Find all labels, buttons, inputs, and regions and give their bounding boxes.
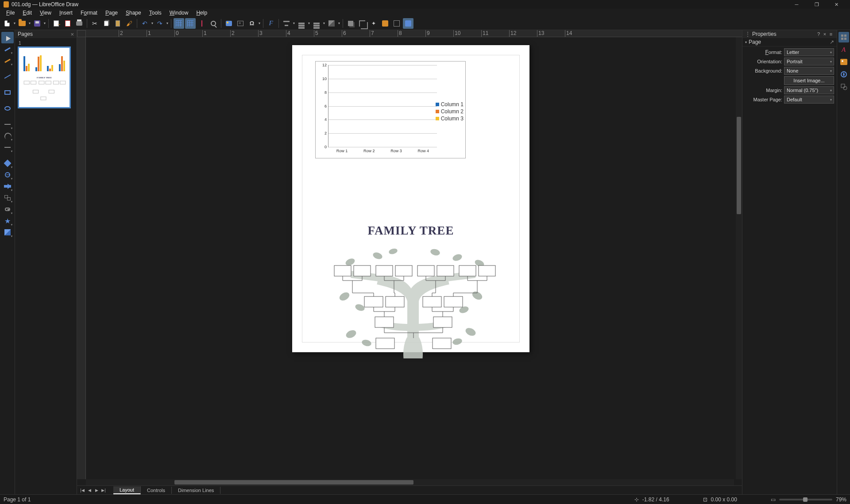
minimize-button[interactable]: ─: [787, 0, 807, 9]
zoom-button[interactable]: [208, 18, 219, 29]
navigator-tab-icon[interactable]: [838, 69, 849, 80]
helplines-button[interactable]: [197, 18, 207, 29]
flowchart-tool[interactable]: ▼: [1, 192, 14, 204]
distribute-dropdown[interactable]: ▼: [323, 18, 325, 29]
document-viewport[interactable]: 024681012Row 1Row 2Row 3Row 4 Column 1Co…: [86, 37, 736, 479]
styles-tab-icon[interactable]: A: [838, 44, 849, 55]
properties-close-icon[interactable]: ×: [822, 31, 828, 37]
gluepoints-button[interactable]: [380, 18, 390, 29]
insert-textbox-button[interactable]: [235, 18, 246, 29]
open-button[interactable]: [17, 18, 27, 29]
block-arrows-tool[interactable]: ▼: [1, 181, 14, 192]
menu-format[interactable]: Format: [77, 9, 101, 16]
fill-color-tool[interactable]: ▼: [1, 55, 14, 66]
menu-window[interactable]: Window: [166, 9, 192, 16]
callouts-tool[interactable]: ▼: [1, 204, 14, 215]
display-grid-button[interactable]: [174, 18, 184, 29]
vertical-ruler[interactable]: [77, 37, 86, 479]
lines-arrows-tool[interactable]: ▼: [1, 119, 14, 130]
filter-button[interactable]: ✦: [368, 18, 379, 29]
align-dropdown[interactable]: ▼: [293, 18, 295, 29]
menu-tools[interactable]: Tools: [146, 9, 165, 16]
rectangle-tool[interactable]: [1, 87, 14, 98]
chart-object[interactable]: 024681012Row 1Row 2Row 3Row 4 Column 1Co…: [315, 61, 466, 158]
distribute-button[interactable]: [311, 18, 322, 29]
menu-help[interactable]: Help: [193, 9, 211, 16]
more-options-icon[interactable]: ↗: [830, 39, 834, 45]
maximize-button[interactable]: ❐: [807, 0, 827, 9]
save-button[interactable]: [32, 18, 42, 29]
show-draw-functions-button[interactable]: [403, 18, 413, 29]
save-dropdown[interactable]: ▼: [43, 18, 46, 29]
new-button[interactable]: [2, 18, 12, 29]
orientation-select[interactable]: Portrait: [784, 58, 834, 65]
margin-select[interactable]: Normal (0.75"): [784, 86, 834, 94]
tab-nav-1[interactable]: ◀: [86, 487, 93, 494]
clone-formatting-button[interactable]: 🖌: [124, 18, 135, 29]
menu-edit[interactable]: Edit: [19, 9, 35, 16]
menu-page[interactable]: Page: [102, 9, 121, 16]
horizontal-ruler[interactable]: 2101234567891011121314: [86, 30, 742, 37]
new-dropdown[interactable]: ▼: [13, 18, 16, 29]
paste-button[interactable]: [112, 18, 123, 29]
tab-nav-0[interactable]: |◀: [79, 487, 86, 494]
fit-page-icon[interactable]: ▭: [771, 496, 776, 503]
redo-dropdown[interactable]: ▼: [166, 18, 169, 29]
page-1[interactable]: 024681012Row 1Row 2Row 3Row 4 Column 1Co…: [292, 45, 529, 352]
master-page-select[interactable]: Default: [784, 96, 834, 104]
undo-button[interactable]: ↶: [139, 18, 150, 29]
toggle-extrusion-button[interactable]: [391, 18, 402, 29]
special-char-dropdown[interactable]: ▼: [258, 18, 261, 29]
undo-dropdown[interactable]: ▼: [151, 18, 154, 29]
page-thumbnail-1[interactable]: FAMILY TREE: [18, 46, 71, 108]
menu-view[interactable]: View: [36, 9, 55, 16]
line-color-tool[interactable]: ▼: [1, 43, 14, 55]
special-char-button[interactable]: Ω: [247, 18, 257, 29]
3d-objects-tool[interactable]: ▼: [1, 227, 14, 238]
status-zoom[interactable]: 79%: [836, 496, 846, 503]
menu-file[interactable]: File: [3, 9, 18, 16]
vertical-scrollbar[interactable]: [736, 37, 742, 479]
3d-dropdown[interactable]: ▼: [338, 18, 340, 29]
ellipse-tool[interactable]: [1, 103, 14, 114]
page-section-header[interactable]: Page ↗: [742, 38, 837, 46]
layer-tab-dimension-lines[interactable]: Dimension Lines: [172, 487, 220, 494]
align-button[interactable]: [281, 18, 292, 29]
select-tool[interactable]: [1, 32, 14, 43]
shapes-tab-icon[interactable]: [838, 81, 849, 92]
snap-to-grid-button[interactable]: [185, 18, 196, 29]
tab-nav-3[interactable]: ▶|: [100, 487, 107, 494]
shadow-button[interactable]: [345, 18, 356, 29]
properties-help-icon[interactable]: ?: [815, 31, 822, 37]
properties-menu-icon[interactable]: ≡: [828, 31, 834, 37]
properties-tab-icon[interactable]: [838, 32, 849, 42]
insert-image-button[interactable]: [224, 18, 234, 29]
arrange-dropdown[interactable]: ▼: [308, 18, 310, 29]
export-button[interactable]: [51, 18, 62, 29]
3d-button[interactable]: [326, 18, 337, 29]
background-select[interactable]: None: [784, 67, 834, 75]
symbol-shapes-tool[interactable]: ▼: [1, 169, 14, 181]
open-dropdown[interactable]: ▼: [28, 18, 31, 29]
family-tree-title[interactable]: FAMILY TREE: [292, 224, 529, 238]
insert-image-button-panel[interactable]: Insert Image...: [784, 76, 834, 85]
pages-panel-close-icon[interactable]: ×: [70, 31, 74, 38]
family-tree-diagram[interactable]: [323, 239, 503, 358]
basic-shapes-tool[interactable]: ▼: [1, 158, 14, 169]
line-tool[interactable]: [1, 71, 14, 82]
print-button[interactable]: [74, 18, 85, 29]
format-select[interactable]: Letter: [784, 48, 834, 56]
menu-shape[interactable]: Shape: [122, 9, 145, 16]
fontwork-button[interactable]: F: [266, 18, 276, 29]
zoom-slider[interactable]: [779, 499, 832, 500]
tab-nav-2[interactable]: ▶: [93, 487, 100, 494]
horizontal-scrollbar[interactable]: [86, 479, 734, 485]
gallery-tab-icon[interactable]: [838, 57, 849, 67]
close-button[interactable]: ✕: [827, 0, 846, 9]
layer-tab-controls[interactable]: Controls: [141, 487, 172, 494]
cut-button[interactable]: ✂: [89, 18, 100, 29]
curves-polygons-tool[interactable]: ▼: [1, 130, 14, 142]
menu-insert[interactable]: Insert: [56, 9, 76, 16]
crop-button[interactable]: [357, 18, 367, 29]
redo-button[interactable]: ↷: [155, 18, 165, 29]
